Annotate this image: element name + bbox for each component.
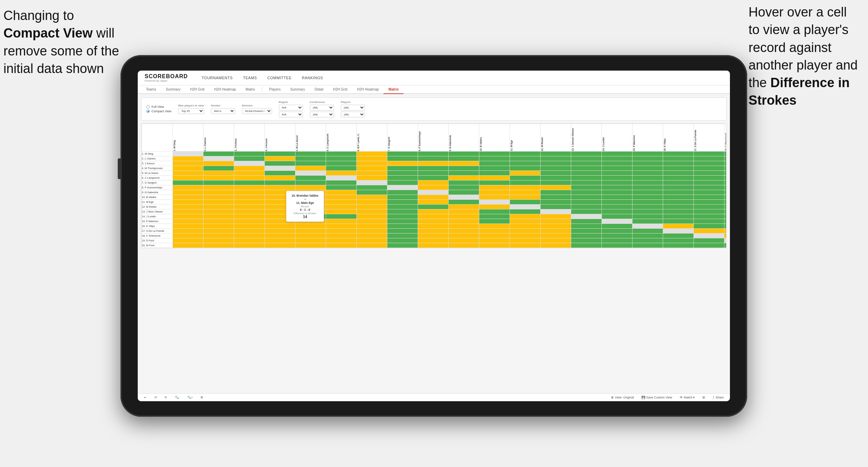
matrix-cell[interactable] (265, 166, 295, 171)
matrix-cell[interactable] (387, 195, 418, 200)
matrix-cell[interactable] (295, 180, 326, 185)
matrix-cell[interactable] (265, 180, 295, 185)
matrix-cell[interactable] (510, 214, 541, 219)
matrix-cell[interactable] (602, 195, 632, 200)
matrix-cell[interactable] (694, 180, 724, 185)
matrix-cell[interactable] (173, 171, 203, 176)
matrix-cell[interactable] (387, 209, 418, 214)
matrix-cell[interactable] (602, 190, 632, 195)
matrix-cell[interactable] (724, 171, 727, 176)
tab-summary-right[interactable]: Summary (285, 85, 310, 94)
matrix-cell[interactable] (632, 238, 663, 243)
matrix-cell[interactable] (387, 224, 418, 229)
matrix-cell[interactable] (418, 209, 449, 214)
matrix-cell[interactable] (357, 234, 387, 238)
matrix-cell[interactable] (541, 152, 571, 156)
matrix-cell[interactable] (418, 185, 449, 190)
matrix-cell[interactable] (602, 200, 632, 205)
matrix-cell[interactable] (724, 214, 727, 219)
matrix-cell[interactable] (541, 214, 571, 219)
conference-select[interactable]: (All) (310, 105, 334, 111)
matrix-cell[interactable] (602, 214, 632, 219)
matrix-cell[interactable] (724, 243, 727, 248)
matrix-cell[interactable] (541, 180, 571, 185)
matrix-cell[interactable] (326, 171, 357, 176)
matrix-cell[interactable] (663, 219, 694, 224)
matrix-cell[interactable] (387, 205, 418, 209)
matrix-cell[interactable] (694, 166, 724, 171)
matrix-cell[interactable] (326, 195, 357, 200)
matrix-cell[interactable] (510, 171, 541, 176)
matrix-cell[interactable] (510, 166, 541, 171)
matrix-cell[interactable] (602, 176, 632, 180)
matrix-cell[interactable] (449, 180, 479, 185)
matrix-cell[interactable] (173, 185, 203, 190)
matrix-cell[interactable] (357, 190, 387, 195)
matrix-cell[interactable] (357, 166, 387, 171)
matrix-cell[interactable] (663, 152, 694, 156)
matrix-cell[interactable] (479, 214, 510, 219)
matrix-cell[interactable] (295, 171, 326, 176)
matrix-cell[interactable] (571, 229, 602, 234)
matrix-cell[interactable] (265, 229, 295, 234)
matrix-cell[interactable] (479, 171, 510, 176)
matrix-cell[interactable] (632, 229, 663, 234)
matrix-cell[interactable] (326, 176, 357, 180)
tab-summary[interactable]: Summary (161, 85, 185, 94)
matrix-cell[interactable] (510, 234, 541, 238)
matrix-cell[interactable] (663, 171, 694, 176)
matrix-cell[interactable] (724, 234, 727, 238)
matrix-cell[interactable] (387, 200, 418, 205)
matrix-cell[interactable] (510, 180, 541, 185)
matrix-cell[interactable] (663, 243, 694, 248)
matrix-cell[interactable] (694, 190, 724, 195)
matrix-cell[interactable] (632, 190, 663, 195)
matrix-cell[interactable] (541, 219, 571, 224)
matrix-cell[interactable] (357, 224, 387, 229)
matrix-cell[interactable] (418, 176, 449, 180)
matrix-cell[interactable] (295, 185, 326, 190)
matrix-cell[interactable] (602, 171, 632, 176)
matrix-cell[interactable] (541, 234, 571, 238)
matrix-cell[interactable] (694, 224, 724, 229)
matrix-cell[interactable] (571, 156, 602, 161)
matrix-cell[interactable] (663, 185, 694, 190)
matrix-cell[interactable] (510, 243, 541, 248)
matrix-cell[interactable] (694, 209, 724, 214)
toolbar-save-custom[interactable]: 💾 Save Custom View (639, 395, 674, 400)
matrix-cell[interactable] (203, 209, 234, 214)
matrix-cell[interactable] (602, 219, 632, 224)
matrix-cell[interactable] (449, 214, 479, 219)
tab-matrix-left[interactable]: Matrix (241, 85, 260, 94)
matrix-cell[interactable] (694, 161, 724, 166)
matrix-cell[interactable] (418, 224, 449, 229)
matrix-cell[interactable] (234, 190, 265, 195)
matrix-cell[interactable] (724, 176, 727, 180)
matrix-cell[interactable] (418, 243, 449, 248)
matrix-cell[interactable] (571, 190, 602, 195)
matrix-cell[interactable] (632, 243, 663, 248)
matrix-cell[interactable] (541, 185, 571, 190)
matrix-cell[interactable] (234, 195, 265, 200)
matrix-cell[interactable] (326, 214, 357, 219)
matrix-cell[interactable] (510, 152, 541, 156)
tab-teams[interactable]: Teams (141, 85, 161, 94)
matrix-cell[interactable] (663, 176, 694, 180)
matrix-cell[interactable] (265, 243, 295, 248)
matrix-cell[interactable] (479, 161, 510, 166)
matrix-cell[interactable] (387, 185, 418, 190)
division-select[interactable]: NCAA Division I (242, 108, 272, 114)
matrix-cell[interactable] (724, 180, 727, 185)
matrix-cell[interactable] (357, 185, 387, 190)
matrix-cell[interactable] (510, 176, 541, 180)
matrix-cell[interactable] (265, 176, 295, 180)
matrix-cell[interactable] (203, 171, 234, 176)
tab-h2h-grid-right[interactable]: H2H Grid (328, 85, 352, 94)
matrix-cell[interactable] (632, 152, 663, 156)
radio-full-view[interactable]: Full View (146, 105, 171, 108)
matrix-cell[interactable] (265, 152, 295, 156)
matrix-cell[interactable] (632, 166, 663, 171)
matrix-cell[interactable] (510, 161, 541, 166)
matrix-cell[interactable] (265, 234, 295, 238)
matrix-cell[interactable] (602, 229, 632, 234)
